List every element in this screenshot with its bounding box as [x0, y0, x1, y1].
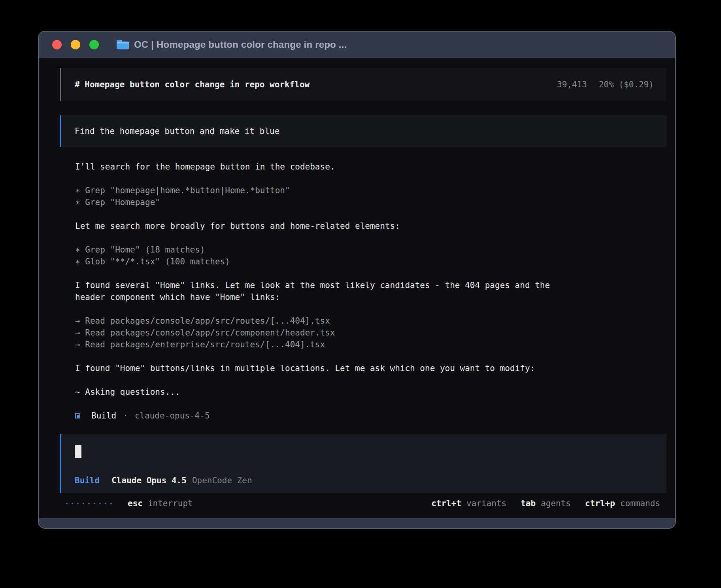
terminal-content[interactable]: # Homepage button color change in repo w…	[39, 58, 675, 518]
transcript-line: I found several "Home" links. Let me loo…	[75, 279, 666, 303]
user-message: Find the homepage button and make it blu…	[60, 115, 666, 147]
input-provider-label: OpenCode Zen	[192, 475, 252, 486]
transcript-line: I found "Home" buttons/links in multiple…	[75, 362, 666, 374]
agent-separator: ·	[123, 410, 128, 422]
key-hint-label: agents	[541, 499, 571, 508]
input-agent-label[interactable]: Build	[75, 475, 100, 486]
input-model-label[interactable]: Claude Opus 4.5	[111, 475, 187, 486]
token-count: 39,413	[557, 80, 587, 89]
folder-icon	[117, 40, 129, 49]
user-message-text: Find the homepage button and make it blu…	[75, 125, 659, 137]
key-hint-key: esc	[128, 499, 143, 508]
close-icon[interactable]	[52, 40, 62, 49]
statusbar-hints-left: escinterrupt	[128, 499, 193, 508]
statusbar: escinterrupt ctrl+tvariantstabagentsctrl…	[60, 495, 666, 514]
window-controls	[52, 40, 99, 49]
zoom-icon[interactable]	[89, 40, 99, 49]
spinner-dot	[99, 503, 101, 504]
transcript: I'll search for the homepage button in t…	[75, 161, 666, 398]
transcript-line: Let me search more broadly for buttons a…	[75, 220, 666, 232]
titlebar: OC | Homepage button color change in rep…	[39, 32, 675, 58]
key-hint: tabagents	[521, 499, 571, 508]
key-hint-key: ctrl+p	[585, 499, 615, 508]
key-hint-key: ctrl+t	[431, 499, 461, 508]
spinner-dot	[110, 503, 112, 504]
key-hint-key: tab	[521, 499, 536, 508]
agent-name: Build	[91, 410, 116, 422]
agent-status-line: Build · claude-opus-4-5	[75, 410, 666, 422]
transcript-line: ~ Asking questions...	[75, 386, 666, 398]
agent-build-icon	[75, 413, 80, 418]
spinner-dot	[77, 503, 79, 504]
transcript-line: ∗ Grep "homepage|home.*button|Home.*butt…	[75, 185, 666, 208]
transcript-line: I'll search for the homepage button in t…	[75, 161, 666, 173]
input-footer: Build Claude Opus 4.5 OpenCode Zen	[75, 475, 659, 486]
key-hint: ctrl+tvariants	[431, 499, 506, 508]
spinner-dot	[94, 503, 95, 504]
context-usage: 20% ($0.29)	[599, 80, 654, 89]
terminal-window: OC | Homepage button color change in rep…	[38, 31, 676, 529]
key-hint-label: commands	[620, 499, 660, 508]
minimize-icon[interactable]	[71, 40, 80, 49]
text-cursor	[75, 445, 81, 458]
session-title: # Homepage button color change in repo w…	[75, 80, 310, 89]
transcript-line: → Read packages/console/app/src/routes/[…	[75, 315, 666, 351]
window-bottom-bar	[39, 518, 675, 528]
prompt-input[interactable]: Build Claude Opus 4.5 OpenCode Zen	[60, 434, 666, 493]
spinner-dot	[72, 503, 73, 504]
spinner-dot	[105, 503, 106, 504]
spinner-dot	[66, 503, 68, 504]
window-title: OC | Homepage button color change in rep…	[134, 39, 347, 50]
spinner-dot	[83, 503, 84, 504]
statusbar-hints-right: ctrl+tvariantstabagentsctrl+pcommands	[431, 499, 660, 508]
spinner-dot	[88, 503, 90, 504]
key-hint-label: variants	[466, 499, 506, 508]
key-hint: escinterrupt	[128, 499, 193, 508]
key-hint: ctrl+pcommands	[585, 499, 660, 508]
agent-model: claude-opus-4-5	[135, 410, 210, 422]
session-stats: 39,413 20% ($0.29)	[557, 80, 654, 89]
key-hint-label: interrupt	[148, 499, 193, 508]
session-header: # Homepage button color change in repo w…	[60, 68, 666, 101]
spinner-dots	[66, 503, 112, 504]
transcript-line: ∗ Grep "Home" (18 matches) ∗ Glob "**/*.…	[75, 244, 666, 268]
